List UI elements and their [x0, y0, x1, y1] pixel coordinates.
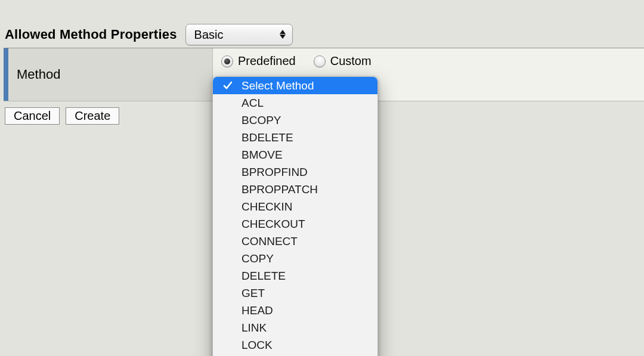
method-option-label: CHECKOUT [242, 218, 305, 231]
method-option[interactable]: HEAD [213, 302, 377, 319]
method-option[interactable]: BPROPFIND [213, 163, 377, 181]
property-name-cell: Method [4, 48, 212, 101]
method-option-label: GET [242, 287, 265, 300]
method-option[interactable]: GET [213, 284, 377, 302]
method-option[interactable]: BPROPPATCH [213, 181, 377, 198]
create-button[interactable]: Create [66, 107, 119, 125]
method-option[interactable]: CHECKOUT [213, 215, 377, 233]
method-option[interactable]: BDELETE [213, 129, 377, 146]
select-stepper-icon [278, 26, 287, 42]
check-icon [222, 80, 233, 91]
method-dropdown-popup[interactable]: Select MethodACLBCOPYBDELETEBMOVEBPROPFI… [212, 76, 378, 356]
property-name-label: Method [17, 67, 60, 82]
method-option-label: CONNECT [242, 235, 298, 248]
method-option[interactable]: BCOPY [213, 112, 377, 129]
svg-marker-1 [280, 35, 286, 39]
method-option[interactable]: CONNECT [213, 233, 377, 250]
method-option-label: ACL [242, 97, 264, 110]
radio-dot-icon [314, 55, 326, 67]
method-option[interactable]: LINK [213, 319, 377, 336]
method-option[interactable]: LOCK [213, 336, 377, 354]
mode-select-value: Basic [194, 28, 224, 42]
method-option-label: Select Method [242, 79, 314, 92]
method-option-label: BPROPFIND [242, 166, 308, 179]
method-option[interactable]: DELETE [213, 267, 377, 284]
radio-predefined-label: Predefined [238, 54, 296, 68]
mode-select[interactable]: Basic [185, 24, 293, 45]
method-option-label: BCOPY [242, 114, 281, 127]
method-option-label: DELETE [242, 270, 286, 283]
svg-marker-0 [280, 30, 286, 34]
radio-dot-icon [221, 55, 233, 67]
method-option-label: BMOVE [242, 148, 283, 162]
method-option[interactable]: COPY [213, 250, 377, 267]
method-option[interactable]: Select Method [213, 77, 377, 94]
section-title: Allowed Method Properties [5, 27, 177, 42]
radio-custom-label: Custom [330, 54, 371, 68]
method-option-label: LINK [242, 321, 267, 335]
method-option-label: BDELETE [242, 131, 293, 144]
method-option[interactable]: MERGE [213, 354, 377, 356]
cancel-button[interactable]: Cancel [5, 107, 60, 125]
method-option-label: CHECKIN [242, 200, 293, 213]
method-option-label: BPROPPATCH [242, 183, 318, 196]
method-option-label: LOCK [242, 339, 273, 352]
method-option[interactable]: BMOVE [213, 146, 377, 163]
method-option-label: HEAD [242, 304, 273, 317]
method-option[interactable]: CHECKIN [213, 198, 377, 215]
radio-custom[interactable]: Custom [314, 54, 371, 68]
method-option[interactable]: ACL [213, 94, 377, 112]
method-option-label: COPY [242, 252, 274, 265]
radio-predefined[interactable]: Predefined [221, 54, 296, 68]
